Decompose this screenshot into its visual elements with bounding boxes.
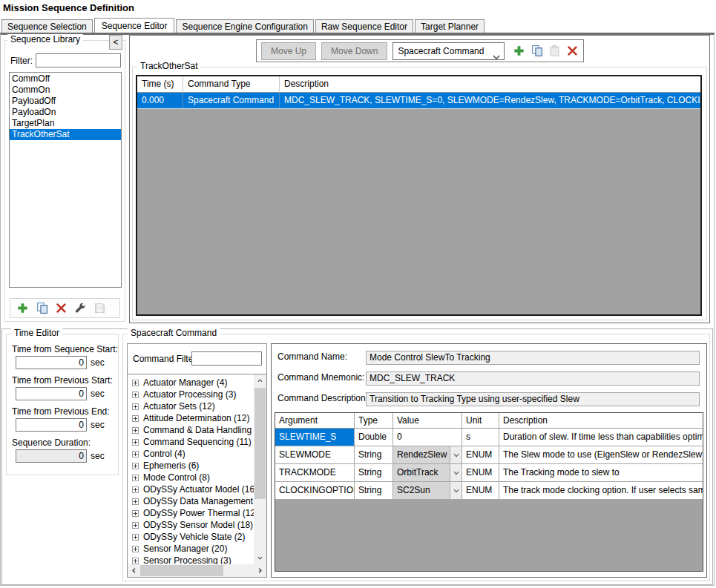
sequence-table-rows: 0.000Spacecraft CommandMDC_SLEW_TRACK, S…: [137, 93, 700, 109]
expand-plus-icon[interactable]: [132, 558, 139, 564]
tree-node-actuator-processing-3[interactable]: Actuator Processing (3): [132, 389, 266, 400]
list-item-targetplan[interactable]: TargetPlan: [10, 118, 121, 129]
time-input-time-from-previous-start[interactable]: [16, 387, 87, 400]
cell-argument[interactable]: SLEWTIME_S: [275, 429, 355, 446]
scroll-right-icon[interactable]: [254, 564, 266, 577]
copy-icon[interactable]: [36, 302, 48, 314]
list-item-payloadon[interactable]: PayloadOn: [10, 107, 121, 118]
list-item-commoff[interactable]: CommOff: [10, 73, 121, 85]
tree-node-odyssy-vehicle-state-2[interactable]: ODySSy Vehicle State (2): [132, 531, 266, 543]
cell-argument[interactable]: CLOCKINGOPTION: [275, 482, 355, 499]
column-header-unit[interactable]: Unit: [462, 413, 499, 428]
chevron-down-icon[interactable]: [450, 482, 462, 499]
list-item-common[interactable]: CommOn: [10, 85, 121, 96]
tree-node-ephemeris-6[interactable]: Ephemeris (6): [132, 460, 266, 472]
time-input-time-from-previous-end[interactable]: [16, 418, 87, 432]
command-filter-input[interactable]: [191, 351, 262, 366]
cell-argument[interactable]: SLEWMODE: [275, 446, 355, 463]
expand-plus-icon[interactable]: [132, 415, 139, 422]
tree-node-mode-control-8[interactable]: Mode Control (8): [132, 472, 266, 483]
tab-target-planner[interactable]: Target Planner: [415, 19, 485, 33]
expand-plus-icon[interactable]: [132, 439, 139, 446]
expand-plus-icon[interactable]: [132, 510, 139, 517]
tree-node-command-data-handling-34[interactable]: Command & Data Handling (34): [132, 424, 266, 436]
command-detail-panel: Command Name: Mode Control SlewTo Tracki…: [271, 343, 707, 578]
tree-node-label: ODySSy Sensor Model (18): [143, 520, 253, 530]
copy-icon[interactable]: [531, 44, 543, 57]
tree-node-odyssy-power-thermal-12[interactable]: ODySSy Power Thermal (12): [132, 507, 266, 519]
table-row[interactable]: 0.000Spacecraft CommandMDC_SLEW_TRACK, S…: [137, 93, 700, 109]
column-header-time-s[interactable]: Time (s): [137, 76, 183, 92]
cell-unit: ENUM: [462, 446, 499, 463]
tree-node-label: Control (4): [143, 449, 185, 459]
column-header-description[interactable]: Description: [280, 76, 700, 92]
tab-raw-sequence-editor[interactable]: Raw Sequence Editor: [315, 19, 413, 33]
expand-plus-icon[interactable]: [132, 534, 139, 541]
collapse-library-button[interactable]: <: [109, 35, 122, 50]
tab-sequence-selection[interactable]: Sequence Selection: [1, 19, 93, 33]
library-filter-input[interactable]: [36, 53, 121, 67]
value-dropdown[interactable]: SC2Sun: [393, 482, 462, 499]
expand-plus-icon[interactable]: [132, 486, 139, 493]
cell-type: String: [355, 446, 393, 463]
cell-value[interactable]: 0: [393, 429, 462, 446]
time-input-time-from-sequence-start[interactable]: [16, 356, 87, 369]
list-item-payloadoff[interactable]: PayloadOff: [10, 96, 121, 107]
column-header-argument[interactable]: Argument: [275, 413, 355, 428]
expand-plus-icon[interactable]: [132, 546, 139, 552]
delete-icon[interactable]: [566, 44, 579, 57]
vertical-scroll-thumb[interactable]: [254, 388, 266, 499]
expand-plus-icon[interactable]: [132, 380, 139, 386]
wrench-icon[interactable]: [74, 302, 87, 314]
scroll-left-icon[interactable]: [128, 564, 140, 577]
time-editor-fields: Time from Sequence Start:secTime from Pr…: [7, 344, 118, 463]
unit-label: sec: [91, 389, 105, 399]
cell-value[interactable]: RendezSlew: [393, 446, 462, 463]
horizontal-scroll-thumb[interactable]: [140, 565, 223, 576]
tree-node-control-4[interactable]: Control (4): [132, 448, 266, 460]
expand-plus-icon[interactable]: [132, 475, 139, 481]
tab-sequence-engine-configuration[interactable]: Sequence Engine Configuration: [176, 19, 313, 33]
column-header-value[interactable]: Value: [393, 413, 462, 428]
column-header-description[interactable]: Description: [499, 413, 703, 428]
tree-node-odyssy-actuator-model-16[interactable]: ODySSy Actuator Model (16): [132, 483, 266, 495]
expand-plus-icon[interactable]: [132, 403, 139, 410]
cell-value[interactable]: OrbitTrack: [393, 464, 462, 481]
tree-vertical-scrollbar[interactable]: [254, 374, 266, 564]
expand-plus-icon[interactable]: [132, 498, 139, 505]
tab-strip: Sequence SelectionSequence EditorSequenc…: [1, 18, 486, 33]
cell-value[interactable]: SC2Sun: [393, 482, 462, 499]
tree-node-odyssy-data-management-7[interactable]: ODySSy Data Management (7): [132, 495, 266, 507]
command-mnemonic-label: Command Mnemonic:: [277, 372, 364, 383]
column-header-command-type[interactable]: Command Type: [183, 76, 280, 92]
command-type-dropdown[interactable]: Spacecraft Command: [393, 42, 505, 60]
scroll-down-icon[interactable]: [254, 552, 266, 564]
spacecraft-command-title: Spacecraft Command: [128, 328, 220, 338]
expand-plus-icon[interactable]: [132, 463, 139, 469]
tree-node-command-sequencing-11[interactable]: Command Sequencing (11): [132, 436, 266, 448]
tree-node-actuator-sets-12[interactable]: Actuator Sets (12): [132, 400, 266, 412]
scroll-up-icon[interactable]: [254, 374, 266, 387]
tree-node-actuator-manager-4[interactable]: Actuator Manager (4): [132, 377, 266, 389]
chevron-down-icon[interactable]: [450, 464, 462, 481]
value-dropdown[interactable]: RendezSlew: [393, 446, 462, 463]
tree-node-sensor-manager-20[interactable]: Sensor Manager (20): [132, 543, 266, 555]
cell-description: MDC_SLEW_TRACK, SLEWTIME_S=0, SLEWMODE=R…: [280, 93, 700, 108]
expand-plus-icon[interactable]: [132, 427, 139, 434]
delete-icon[interactable]: [55, 302, 68, 314]
expand-plus-icon[interactable]: [132, 451, 139, 457]
tree-node-odyssy-sensor-model-18[interactable]: ODySSy Sensor Model (18): [132, 519, 266, 531]
chevron-down-icon[interactable]: [450, 446, 462, 463]
tree-node-attitude-determination-12[interactable]: Attitude Determination (12): [132, 412, 266, 424]
add-icon[interactable]: [16, 302, 29, 314]
tree-horizontal-scrollbar[interactable]: [128, 564, 266, 577]
cell-argument[interactable]: TRACKMODE: [275, 464, 355, 481]
expand-plus-icon[interactable]: [132, 522, 139, 529]
column-header-type[interactable]: Type: [355, 413, 393, 428]
value-dropdown[interactable]: OrbitTrack: [393, 464, 462, 481]
command-tree: Actuator Manager (4)Actuator Processing …: [128, 374, 266, 577]
expand-plus-icon[interactable]: [132, 392, 139, 398]
add-icon[interactable]: [513, 44, 525, 57]
tab-sequence-editor[interactable]: Sequence Editor: [94, 18, 175, 33]
list-item-trackothersat[interactable]: TrackOtherSat: [10, 129, 121, 140]
